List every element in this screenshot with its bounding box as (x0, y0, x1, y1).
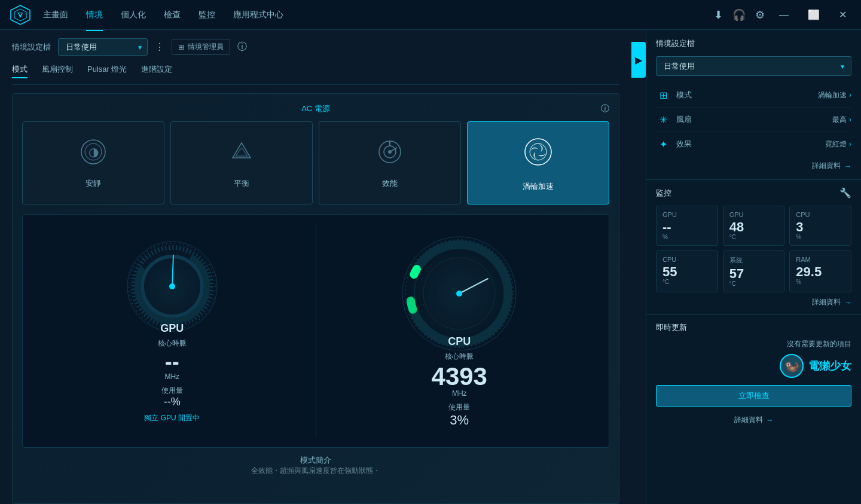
cell-value-gpu-pct: -- (662, 221, 712, 234)
effect-icon: ✦ (656, 137, 670, 151)
fan-item-label: 風扇 (676, 114, 832, 125)
detail-arrow-icon: → (844, 162, 851, 170)
cpu-title: CPU (448, 335, 471, 348)
restore-button[interactable]: ⬜ (803, 8, 825, 22)
cell-unit-ram: % (796, 279, 845, 285)
ac-info-button[interactable]: ⓘ (601, 103, 609, 114)
mode-card-performance[interactable]: 效能 (319, 121, 461, 204)
main-layout: 情境設定檔 日常使用 遊戲 工作 節能 ⋮ ⊞ 情境管理員 ⓘ (0, 30, 861, 504)
cell-unit-sys-temp: °C (729, 280, 778, 287)
turbo-icon (520, 134, 556, 175)
sub-tab-pulsar[interactable]: Pulsar 燈光 (87, 64, 127, 78)
update-detail-label: 詳細資料 (734, 415, 763, 425)
sub-tab-fan[interactable]: 風扇控制 (42, 64, 73, 78)
headphone-icon[interactable]: 🎧 (732, 8, 746, 22)
mascot-name: 電獺少女 (808, 359, 851, 373)
monitor-cell-gpu-pct: GPU -- % (656, 206, 718, 246)
sidebar-fan-item[interactable]: ✳ 風扇 最高 › (656, 108, 851, 132)
cell-unit-cpu-pct: % (796, 234, 845, 240)
sidebar-profile-select-wrap: 日常使用 遊戲 工作 節能 (656, 56, 851, 76)
update-section: 即時更新 沒有需要更新的項目 🦦 電獺少女 立即檢查 詳細資料 → (646, 315, 861, 504)
stats-panel: GPU 核心時脈 -- MHz 使用量 --% 獨立 GPU 閒置中 (22, 214, 609, 448)
profile-more-button[interactable]: ⋮ (155, 41, 164, 53)
svg-marker-6 (233, 143, 251, 158)
update-content: 沒有需要更新的項目 🦦 電獺少女 立即檢查 詳細資料 → (656, 339, 851, 425)
cell-unit-cpu-temp: °C (662, 279, 712, 285)
update-detail-arrow: → (767, 416, 774, 424)
monitor-cell-sys-temp: 系統 57 °C (723, 251, 785, 292)
balance-icon (227, 137, 257, 172)
cpu-clock-value: 4393 (432, 364, 487, 389)
monitor-cell-cpu-temp: CPU 55 °C (656, 251, 718, 292)
gpu-title: GPU (160, 322, 184, 335)
monitor-detail-link[interactable]: 詳細資料 → (656, 297, 851, 307)
gpu-clock-value: -- (165, 351, 179, 372)
title-bar: ⛛ 主畫面 情境 個人化 檢查 監控 應用程式中心 ⬇ 🎧 ⚙ — ⬜ ✕ (0, 0, 861, 30)
update-detail-link[interactable]: 詳細資料 → (734, 415, 774, 425)
sidebar-profile-detail-link[interactable]: 詳細資料 → (656, 161, 851, 171)
cpu-usage-value: 3% (450, 413, 469, 428)
sidebar-profile-select[interactable]: 日常使用 遊戲 工作 節能 (656, 56, 851, 76)
monitor-detail-arrow: → (844, 298, 851, 307)
mode-panel: AC 電源 ⓘ ◑ 安靜 (12, 93, 619, 504)
monitor-settings-icon[interactable]: 🔧 (839, 187, 851, 198)
cell-label-gpu-temp: GPU (729, 211, 778, 218)
sidebar-profile-section: 情境設定檔 日常使用 遊戲 工作 節能 ⊞ 模式 渦輪加速 › ✳ (646, 30, 861, 180)
mascot-avatar: 🦦 (780, 354, 804, 378)
cell-value-gpu-temp: 48 (729, 221, 778, 234)
sidebar-collapse-button[interactable]: ▶ (631, 42, 646, 78)
profile-select[interactable]: 日常使用 遊戲 工作 節能 (58, 38, 148, 56)
check-update-button[interactable]: 立即檢查 (656, 385, 851, 407)
mode-card-turbo[interactable]: 渦輪加速 (467, 121, 609, 204)
svg-text:⛛: ⛛ (16, 10, 25, 20)
mode-card-balance[interactable]: 平衡 (170, 121, 313, 204)
monitor-section: 監控 🔧 GPU -- % GPU 48 °C CPU 3 % (646, 180, 861, 315)
sidebar-detail-label: 詳細資料 (812, 161, 841, 171)
monitor-detail-label: 詳細資料 (812, 297, 841, 307)
close-button[interactable]: ✕ (834, 8, 851, 22)
nav-tab-inspect[interactable]: 檢查 (164, 7, 181, 23)
sub-tab-mode[interactable]: 模式 (12, 64, 28, 78)
download-icon[interactable]: ⬇ (714, 8, 723, 22)
monitor-title-row: 監控 🔧 (656, 187, 851, 198)
svg-point-31 (456, 291, 462, 297)
sidebar-mode-item[interactable]: ⊞ 模式 渦輪加速 › (656, 83, 851, 108)
monitor-cell-gpu-temp: GPU 48 °C (723, 206, 785, 246)
ac-power-label: AC 電源 ⓘ (22, 103, 609, 114)
cell-unit-gpu-pct: % (662, 234, 712, 240)
sub-tab-advanced[interactable]: 進階設定 (141, 64, 172, 78)
nav-tabs: 主畫面 情境 個人化 檢查 監控 應用程式中心 (43, 7, 714, 23)
cell-value-cpu-temp: 55 (662, 265, 712, 279)
mode-item-value: 渦輪加速 (818, 90, 847, 100)
profile-info-button[interactable]: ⓘ (237, 41, 247, 53)
cpu-clock-label: 核心時脈 (445, 352, 474, 362)
turbo-label: 渦輪加速 (523, 181, 554, 192)
main-area: 情境設定檔 日常使用 遊戲 工作 節能 ⋮ ⊞ 情境管理員 ⓘ (0, 30, 631, 504)
mode-item-arrow: › (849, 91, 851, 99)
monitor-cell-ram: RAM 29.5 % (789, 251, 851, 292)
cell-value-cpu-pct: 3 (796, 221, 845, 234)
mode-card-quiet[interactable]: ◑ 安靜 (22, 121, 164, 204)
cpu-unit: MHz (452, 389, 467, 398)
profile-manager-button[interactable]: ⊞ 情境管理員 (172, 39, 230, 55)
right-sidebar: 情境設定檔 日常使用 遊戲 工作 節能 ⊞ 模式 渦輪加速 › ✳ (646, 30, 861, 504)
sidebar-effect-item[interactable]: ✦ 效果 霓紅燈 › (656, 132, 851, 156)
minimize-button[interactable]: — (774, 8, 793, 22)
svg-point-15 (536, 149, 541, 154)
nav-tab-personal[interactable]: 個人化 (121, 7, 146, 23)
effect-item-arrow: › (849, 140, 851, 148)
sidebar-menu-items: ⊞ 模式 渦輪加速 › ✳ 風扇 最高 › ✦ 效果 霓紅燈 › (656, 83, 851, 156)
collapse-icon: ▶ (635, 54, 642, 66)
settings-icon[interactable]: ⚙ (755, 8, 765, 22)
nav-tab-home[interactable]: 主畫面 (43, 7, 68, 23)
monitor-section-title: 監控 (656, 188, 671, 198)
gpu-clock-label: 核心時脈 (158, 338, 187, 349)
nav-tab-profile[interactable]: 情境 (86, 7, 103, 23)
monitor-cell-cpu-pct: CPU 3 % (789, 206, 851, 246)
effect-item-label: 效果 (676, 139, 825, 149)
grid-icon: ⊞ (178, 43, 184, 51)
nav-tab-appstore[interactable]: 應用程式中心 (233, 7, 283, 23)
svg-text:◑: ◑ (88, 145, 99, 158)
nav-tab-monitor[interactable]: 監控 (199, 7, 215, 23)
quiet-label: 安靜 (86, 178, 101, 189)
